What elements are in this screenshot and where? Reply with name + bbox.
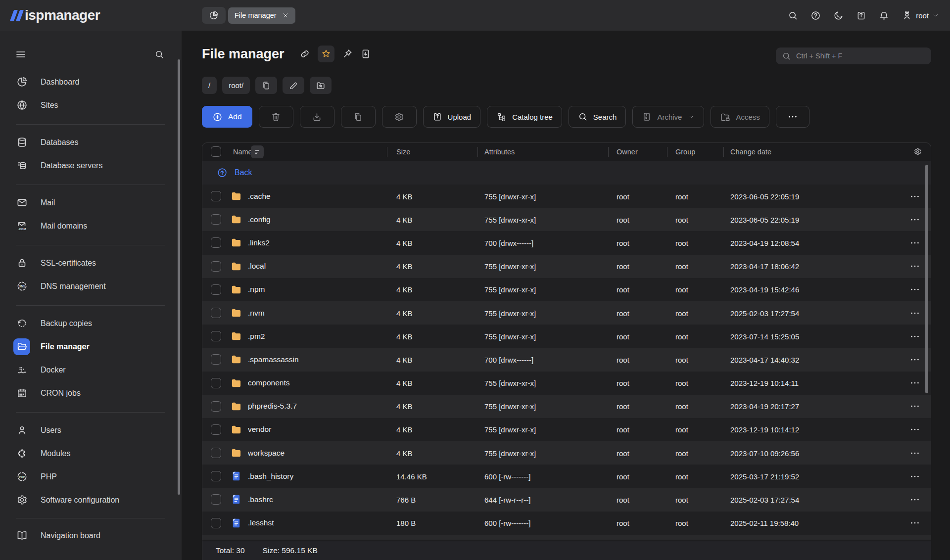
favorite-star-button[interactable] — [318, 46, 334, 62]
menu-icon[interactable] — [15, 48, 27, 60]
file-name[interactable]: workspace — [248, 449, 285, 458]
row-actions-button[interactable] — [906, 515, 924, 530]
help-icon[interactable] — [810, 10, 821, 21]
row-actions-button[interactable] — [906, 259, 924, 274]
row-actions-button[interactable] — [906, 422, 924, 437]
table-row[interactable]: workspace4 KB755 [drwxr-xr-x]rootroot202… — [202, 441, 931, 465]
catalog-tree-button[interactable]: Catalog tree — [487, 106, 562, 128]
row-checkbox[interactable] — [211, 237, 221, 248]
sidebar-search-icon[interactable] — [154, 49, 164, 59]
row-checkbox[interactable] — [211, 471, 221, 481]
search-icon[interactable] — [788, 10, 798, 21]
sidebar-item-ssl-certificates[interactable]: SSL-certificates — [0, 251, 182, 275]
table-row[interactable]: components4 KB755 [drwxr-xr-x]rootroot20… — [202, 372, 931, 395]
table-row[interactable]: .spamassassin4 KB700 [drwx------]rootroo… — [202, 348, 931, 371]
row-checkbox[interactable] — [211, 331, 221, 341]
table-row[interactable]: .bashrc766 B644 [-rw-r--r--]rootroot2025… — [202, 488, 931, 511]
table-settings-gear-icon[interactable] — [913, 147, 922, 156]
table-row[interactable]: .links24 KB700 [drwx------]rootroot2023-… — [202, 231, 931, 254]
back-row[interactable]: Back — [202, 161, 931, 185]
breadcrumb-root-chip[interactable]: / — [202, 77, 217, 94]
row-checkbox[interactable] — [211, 261, 221, 272]
file-name[interactable]: phpredis-5.3.7 — [248, 402, 297, 411]
file-name[interactable]: .local — [248, 262, 266, 271]
table-scrollbar[interactable] — [925, 165, 928, 393]
row-actions-button[interactable] — [906, 446, 924, 461]
add-button[interactable]: Add — [202, 106, 252, 128]
file-name[interactable]: .spamassassin — [248, 355, 299, 364]
column-header-owner[interactable]: Owner — [617, 148, 638, 156]
sidebar-item-clipped[interactable] — [0, 512, 182, 518]
row-actions-button[interactable] — [906, 282, 924, 297]
sidebar-item-backup-copies[interactable]: Backup copies — [0, 312, 182, 335]
row-actions-button[interactable] — [906, 329, 924, 344]
quick-search-input[interactable] — [796, 52, 925, 60]
file-name[interactable]: .nvm — [248, 309, 265, 318]
column-header-size[interactable]: Size — [396, 148, 410, 156]
upload-button[interactable]: Upload — [423, 106, 481, 128]
copy-path-button[interactable] — [255, 77, 277, 94]
tab-file-manager[interactable]: File manager — [228, 7, 295, 24]
delete-button[interactable] — [259, 106, 293, 128]
row-checkbox[interactable] — [211, 284, 221, 295]
sort-button[interactable] — [251, 145, 264, 158]
sidebar-item-database-servers[interactable]: Database servers — [0, 154, 182, 177]
app-logo[interactable]: ispmanager — [12, 0, 100, 31]
row-checkbox[interactable] — [211, 518, 221, 528]
row-checkbox[interactable] — [211, 494, 221, 505]
file-name[interactable]: .links2 — [248, 238, 270, 247]
row-actions-button[interactable] — [906, 492, 924, 507]
row-checkbox[interactable] — [211, 308, 221, 318]
table-row[interactable]: .local4 KB755 [drwxr-xr-x]rootroot2023-0… — [202, 255, 931, 278]
table-row[interactable]: .bash_history14.46 KB600 [-rw-------]roo… — [202, 465, 931, 488]
column-header-name[interactable]: Name — [233, 148, 252, 156]
copy-button[interactable] — [341, 106, 376, 128]
download-button[interactable] — [300, 106, 334, 128]
row-actions-button[interactable] — [906, 212, 924, 227]
archive-button[interactable]: Archive — [632, 106, 704, 128]
access-button[interactable]: Access — [711, 106, 769, 128]
table-row[interactable]: .cache4 KB755 [drwxr-xr-x]rootroot2023-0… — [202, 185, 931, 208]
row-actions-button[interactable] — [906, 399, 924, 414]
row-checkbox[interactable] — [211, 378, 221, 388]
more-actions-button[interactable] — [776, 106, 809, 128]
table-row[interactable]: phpredis-5.3.74 KB755 [drwxr-xr-x]rootro… — [202, 395, 931, 418]
link-icon[interactable] — [299, 48, 310, 59]
row-checkbox[interactable] — [211, 191, 221, 201]
column-header-change-date[interactable]: Change date — [730, 148, 771, 156]
table-row[interactable]: .pm24 KB755 [drwxr-xr-x]rootroot2023-07-… — [202, 325, 931, 348]
search-button[interactable]: Search — [569, 106, 626, 128]
settings-button[interactable] — [382, 106, 417, 128]
row-checkbox[interactable] — [211, 214, 221, 225]
user-menu[interactable]: root — [902, 10, 939, 21]
file-name[interactable]: .bashrc — [248, 495, 273, 504]
file-name[interactable]: .pm2 — [248, 332, 265, 341]
table-row[interactable]: .lesshst180 B600 [-rw-------]rootroot202… — [202, 512, 931, 535]
sidebar-item-php[interactable]: PHPPHP — [0, 465, 182, 488]
edit-path-button[interactable] — [283, 77, 304, 94]
sidebar-item-navigation-board[interactable]: Navigation board — [0, 524, 182, 547]
file-name[interactable]: .npm — [248, 285, 265, 294]
pin-icon[interactable] — [342, 48, 353, 59]
sidebar-item-databases[interactable]: Databases — [0, 131, 182, 154]
table-row[interactable]: .npm4 KB755 [drwxr-xr-x]rootroot2023-04-… — [202, 278, 931, 301]
sidebar-item-modules[interactable]: Modules — [0, 442, 182, 465]
dashboard-tab-button[interactable] — [202, 7, 226, 24]
row-actions-button[interactable] — [906, 375, 924, 390]
sidebar-item-dns-management[interactable]: DNSDNS management — [0, 275, 182, 298]
file-name[interactable]: .config — [248, 215, 271, 224]
table-row[interactable]: .nvm4 KB755 [drwxr-xr-x]rootroot2025-02-… — [202, 301, 931, 325]
close-icon[interactable] — [282, 12, 289, 19]
row-actions-button[interactable] — [906, 235, 924, 250]
export-document-icon[interactable] — [360, 48, 371, 59]
row-actions-button[interactable] — [906, 306, 924, 321]
column-header-group[interactable]: Group — [675, 148, 695, 156]
sidebar-item-cron-jobs[interactable]: CRON jobs — [0, 381, 182, 405]
table-row[interactable]: vendor4 KB755 [drwxr-xr-x]rootroot2023-1… — [202, 418, 931, 441]
column-header-attributes[interactable]: Attributes — [484, 148, 515, 156]
sidebar-item-file-manager[interactable]: File manager — [0, 335, 182, 358]
import-box-icon[interactable] — [856, 10, 866, 21]
sidebar-item-software-configuration[interactable]: Software configuration — [0, 488, 182, 512]
row-checkbox[interactable] — [211, 354, 221, 365]
row-actions-button[interactable] — [906, 189, 924, 204]
